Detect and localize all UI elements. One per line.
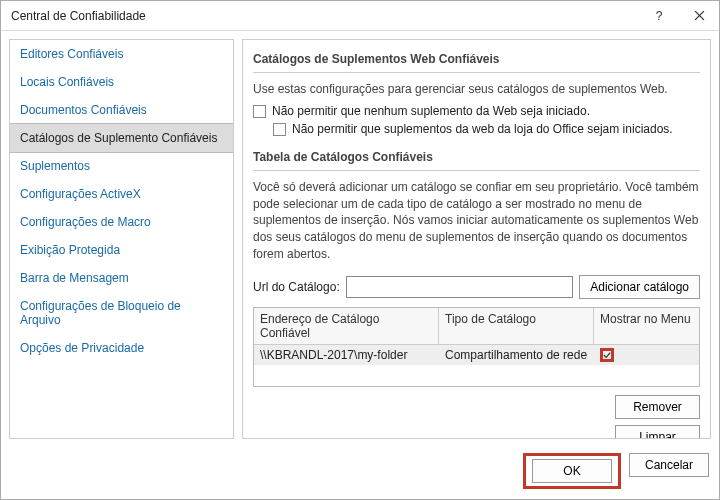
- table-row[interactable]: \\KBRANDL-2017\my-folder Compartilhament…: [254, 345, 699, 365]
- cb-label: Não permitir que suplementos da web da l…: [292, 122, 673, 136]
- close-icon: [694, 10, 705, 21]
- col-type[interactable]: Tipo de Catálogo: [439, 308, 594, 344]
- col-show-menu[interactable]: Mostrar no Menu: [594, 308, 699, 344]
- checkbox-icon: [253, 105, 266, 118]
- sidebar-item-trusted-publishers[interactable]: Editores Confiáveis: [10, 40, 233, 68]
- sidebar-item-trusted-documents[interactable]: Documentos Confiáveis: [10, 96, 233, 124]
- cancel-button[interactable]: Cancelar: [629, 453, 709, 477]
- cb-no-store-addins[interactable]: Não permitir que suplementos da web da l…: [273, 122, 700, 136]
- show-in-menu-checkbox[interactable]: [600, 348, 614, 362]
- sidebar-item-macro[interactable]: Configurações de Macro: [10, 208, 233, 236]
- checkbox-icon: [273, 123, 286, 136]
- dialog-footer: OK Cancelar: [1, 447, 719, 499]
- group2-note: Você só deverá adicionar um catálogo se …: [253, 179, 700, 263]
- close-button[interactable]: [679, 1, 719, 31]
- url-label: Url do Catálogo:: [253, 280, 340, 294]
- sidebar: Editores Confiáveis Locais Confiáveis Do…: [9, 39, 234, 439]
- ok-button[interactable]: OK: [532, 459, 612, 483]
- col-address[interactable]: Endereço de Catálogo Confiável: [254, 308, 439, 344]
- sidebar-item-privacy[interactable]: Opções de Privacidade: [10, 334, 233, 362]
- add-catalog-button[interactable]: Adicionar catálogo: [579, 275, 700, 299]
- group2-heading: Tabela de Catálogos Confiáveis: [253, 150, 700, 164]
- sidebar-item-protected-view[interactable]: Exibição Protegida: [10, 236, 233, 264]
- titlebar: Central de Confiabilidade ?: [1, 1, 719, 31]
- sidebar-item-message-bar[interactable]: Barra de Mensagem: [10, 264, 233, 292]
- cell-show-menu: [594, 345, 699, 365]
- remove-button[interactable]: Remover: [615, 395, 700, 419]
- sidebar-item-addins[interactable]: Suplementos: [10, 152, 233, 180]
- sidebar-item-trusted-catalogs[interactable]: Catálogos de Suplemento Confiáveis: [9, 123, 234, 153]
- group1-intro: Use estas configurações para gerenciar s…: [253, 81, 700, 98]
- trust-center-dialog: Central de Confiabilidade ? Editores Con…: [0, 0, 720, 500]
- cell-type: Compartilhamento de rede: [439, 345, 594, 365]
- cb-label: Não permitir que nenhum suplemento da We…: [272, 104, 590, 118]
- group1-heading: Catálogos de Suplementos Web Confiáveis: [253, 52, 700, 66]
- clear-button[interactable]: Limpar: [615, 425, 700, 439]
- sidebar-item-trusted-locations[interactable]: Locais Confiáveis: [10, 68, 233, 96]
- main-panel: Catálogos de Suplementos Web Confiáveis …: [242, 39, 711, 439]
- catalog-table: Endereço de Catálogo Confiável Tipo de C…: [253, 307, 700, 387]
- ok-highlight: OK: [523, 453, 621, 489]
- window-title: Central de Confiabilidade: [11, 9, 639, 23]
- sidebar-item-file-block[interactable]: Configurações de Bloqueio de Arquivo: [10, 292, 233, 334]
- help-button[interactable]: ?: [639, 1, 679, 31]
- sidebar-item-activex[interactable]: Configurações ActiveX: [10, 180, 233, 208]
- cell-address: \\KBRANDL-2017\my-folder: [254, 345, 439, 365]
- catalog-url-input[interactable]: [346, 276, 574, 298]
- check-icon: [603, 350, 611, 360]
- cb-no-web-addins[interactable]: Não permitir que nenhum suplemento da We…: [253, 104, 700, 118]
- table-header: Endereço de Catálogo Confiável Tipo de C…: [254, 308, 699, 345]
